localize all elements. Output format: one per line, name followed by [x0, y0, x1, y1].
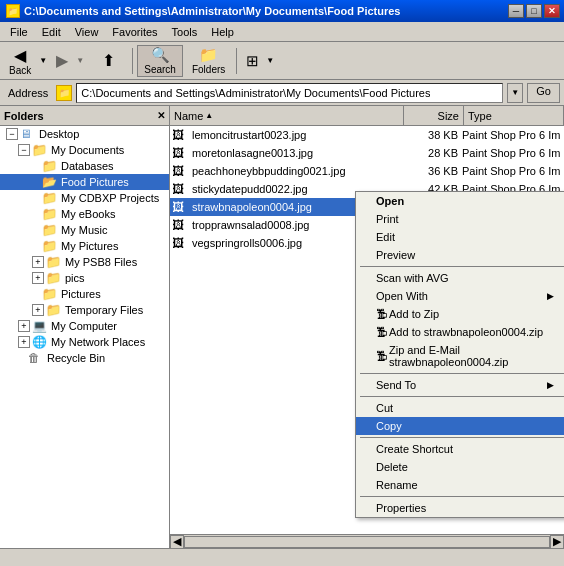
- minimize-button[interactable]: ─: [508, 4, 524, 18]
- tree-item-pictures[interactable]: 📁 Pictures: [0, 286, 169, 302]
- tree-item-network[interactable]: + 🌐 My Network Places: [0, 334, 169, 350]
- scroll-left[interactable]: ◀: [170, 535, 184, 549]
- ctx-properties[interactable]: Properties: [356, 499, 564, 517]
- ctx-cut[interactable]: Cut: [356, 399, 564, 417]
- ctx-preview[interactable]: Preview: [356, 246, 564, 264]
- col-name-label: Name: [174, 110, 203, 122]
- col-type-label: Type: [468, 110, 492, 122]
- file-icon: 🖼: [172, 182, 188, 196]
- pics-icon: 📁: [46, 271, 62, 285]
- file-size: 38 KB: [402, 129, 462, 141]
- col-header-type[interactable]: Type: [464, 106, 564, 125]
- main-content: Folders ✕ − 🖥 Desktop − 📁 My Documents 📁…: [0, 106, 564, 548]
- tree-item-psb8[interactable]: + 📁 My PSB8 Files: [0, 254, 169, 270]
- ctx-delete[interactable]: Delete: [356, 458, 564, 476]
- go-button[interactable]: Go: [527, 83, 560, 103]
- ctx-addnamedzip-inner: 🗜 Add to strawbnapoleon0004.zip: [376, 326, 543, 338]
- tree-label-mycomp: My Computer: [51, 320, 117, 332]
- menu-bar: File Edit View Favorites Tools Help: [0, 22, 564, 42]
- expander-mydocs[interactable]: −: [18, 144, 30, 156]
- ctx-copy-label: Copy: [376, 420, 402, 432]
- cdbxp-icon: 📁: [42, 191, 58, 205]
- zip-icon2: 🗜: [376, 326, 387, 338]
- ctx-addnamedzip[interactable]: 🗜 Add to strawbnapoleon0004.zip: [356, 323, 564, 341]
- views-dropdown[interactable]: ▼: [264, 46, 276, 76]
- tree-item-desktop[interactable]: − 🖥 Desktop: [0, 126, 169, 142]
- folders-close-button[interactable]: ✕: [157, 110, 165, 121]
- expander-temp[interactable]: +: [32, 304, 44, 316]
- close-button[interactable]: ✕: [544, 4, 560, 18]
- back-icon: ◀: [14, 46, 26, 65]
- up-button[interactable]: ⬆: [88, 45, 128, 77]
- back-button[interactable]: ◀ Back: [4, 43, 36, 79]
- col-header-size[interactable]: Size: [404, 106, 464, 125]
- recycle-icon: 🗑: [28, 351, 44, 365]
- folders-panel: Folders ✕ − 🖥 Desktop − 📁 My Documents 📁…: [0, 106, 170, 548]
- tree-item-foodpics[interactable]: 📂 Food Pictures: [0, 174, 169, 190]
- search-button[interactable]: 🔍 Search: [137, 45, 183, 77]
- col-header-name[interactable]: Name ▲: [170, 106, 404, 125]
- menu-tools[interactable]: Tools: [166, 24, 204, 40]
- tree-item-mycomp[interactable]: + 💻 My Computer: [0, 318, 169, 334]
- tree-item-mypictures[interactable]: 📁 My Pictures: [0, 238, 169, 254]
- tree-item-music[interactable]: 📁 My Music: [0, 222, 169, 238]
- ctx-addzip-label: Add to Zip: [389, 308, 439, 320]
- tree-item-pics[interactable]: + 📁 pics: [0, 270, 169, 286]
- ctx-scavg-label: Scan with AVG: [376, 272, 449, 284]
- ctx-open[interactable]: Open: [356, 192, 564, 210]
- scroll-right[interactable]: ▶: [550, 535, 564, 549]
- expander-pics[interactable]: +: [32, 272, 44, 284]
- expander-desktop[interactable]: −: [6, 128, 18, 140]
- tree-label-mypictures: My Pictures: [61, 240, 118, 252]
- expander-psb8[interactable]: +: [32, 256, 44, 268]
- folders-button[interactable]: 📁 Folders: [185, 45, 232, 77]
- views-button[interactable]: ⊞: [241, 46, 264, 76]
- horizontal-scrollbar[interactable]: ◀ ▶: [170, 534, 564, 548]
- ctx-openwith[interactable]: Open With ▶: [356, 287, 564, 305]
- back-dropdown[interactable]: ▼: [37, 46, 49, 76]
- menu-help[interactable]: Help: [205, 24, 240, 40]
- mypictures-icon: 📁: [42, 239, 58, 253]
- ctx-sep1: [360, 266, 564, 267]
- tree-item-databases[interactable]: 📁 Databases: [0, 158, 169, 174]
- ctx-rename[interactable]: Rename: [356, 476, 564, 494]
- ctx-edit[interactable]: Edit: [356, 228, 564, 246]
- col-size-label: Size: [438, 110, 459, 122]
- address-dropdown[interactable]: ▼: [507, 83, 523, 103]
- tree-item-temp[interactable]: + 📁 Temporary Files: [0, 302, 169, 318]
- ctx-preview-label: Preview: [376, 249, 415, 261]
- forward-icon: ▶: [56, 51, 68, 70]
- tree-label-mydocs: My Documents: [51, 144, 124, 156]
- pictures-icon: 📁: [42, 287, 58, 301]
- mycomp-icon: 💻: [32, 319, 48, 333]
- ctx-print[interactable]: Print: [356, 210, 564, 228]
- address-input[interactable]: C:\Documents and Settings\Administrator\…: [76, 83, 503, 103]
- menu-view[interactable]: View: [69, 24, 105, 40]
- file-row[interactable]: 🖼 moretonlasagne0013.jpg 28 KB Paint Sho…: [170, 144, 564, 162]
- file-name: peachhoneybbpudding0021.jpg: [192, 165, 402, 177]
- expander-network[interactable]: +: [18, 336, 30, 348]
- zip-icon3: 🗜: [376, 350, 387, 362]
- tree-item-recycle[interactable]: 🗑 Recycle Bin: [0, 350, 169, 366]
- ctx-copy[interactable]: Copy: [356, 417, 564, 435]
- tree-item-ebooks[interactable]: 📁 My eBooks: [0, 206, 169, 222]
- expander-mycomp[interactable]: +: [18, 320, 30, 332]
- forward-button[interactable]: ▶: [51, 48, 73, 73]
- file-row[interactable]: 🖼 peachhoneybbpudding0021.jpg 36 KB Pain…: [170, 162, 564, 180]
- ctx-scavg[interactable]: Scan with AVG: [356, 269, 564, 287]
- scroll-track[interactable]: [184, 536, 550, 548]
- tree-item-cdbxp[interactable]: 📁 My CDBXP Projects: [0, 190, 169, 206]
- ctx-createshortcut[interactable]: Create Shortcut: [356, 440, 564, 458]
- file-row[interactable]: 🖼 lemoncitrustart0023.jpg 38 KB Paint Sh…: [170, 126, 564, 144]
- ctx-addzip[interactable]: 🗜 Add to Zip: [356, 305, 564, 323]
- ctx-addnamedzip-label: Add to strawbnapoleon0004.zip: [389, 326, 543, 338]
- tree-item-mydocs[interactable]: − 📁 My Documents: [0, 142, 169, 158]
- menu-file[interactable]: File: [4, 24, 34, 40]
- menu-edit[interactable]: Edit: [36, 24, 67, 40]
- ctx-sendto[interactable]: Send To ▶: [356, 376, 564, 394]
- menu-favorites[interactable]: Favorites: [106, 24, 163, 40]
- maximize-button[interactable]: □: [526, 4, 542, 18]
- file-type: Paint Shop Pro 6 Im: [462, 147, 562, 159]
- ctx-zipemail[interactable]: 🗜 Zip and E-Mail strawbnapoleon0004.zip: [356, 341, 564, 371]
- forward-dropdown[interactable]: ▼: [74, 46, 86, 76]
